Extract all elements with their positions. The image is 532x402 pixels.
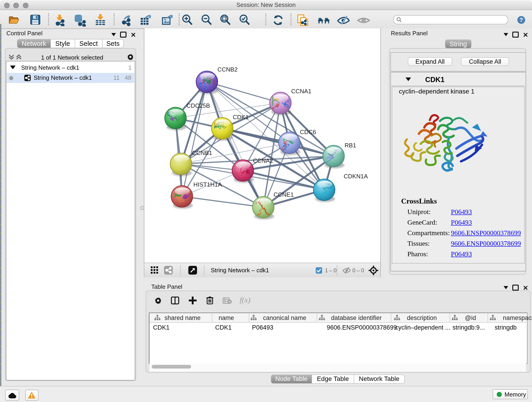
svg-text:CCNB2: CCNB2 <box>217 66 238 73</box>
svg-text:CDKN1A: CDKN1A <box>344 173 368 180</box>
svg-text:CCNB1: CCNB1 <box>192 149 212 156</box>
svg-text:CCNA2: CCNA2 <box>253 157 273 164</box>
svg-text:CCNE1: CCNE1 <box>273 191 294 198</box>
svg-text:RB1: RB1 <box>345 142 356 149</box>
svg-text:CDC6: CDC6 <box>300 128 316 135</box>
svg-text:CDK1: CDK1 <box>233 114 249 121</box>
svg-text:HIST1H1A: HIST1H1A <box>193 181 222 188</box>
svg-text:CCNA1: CCNA1 <box>291 88 311 95</box>
svg-text:CDC25B: CDC25B <box>186 102 210 109</box>
